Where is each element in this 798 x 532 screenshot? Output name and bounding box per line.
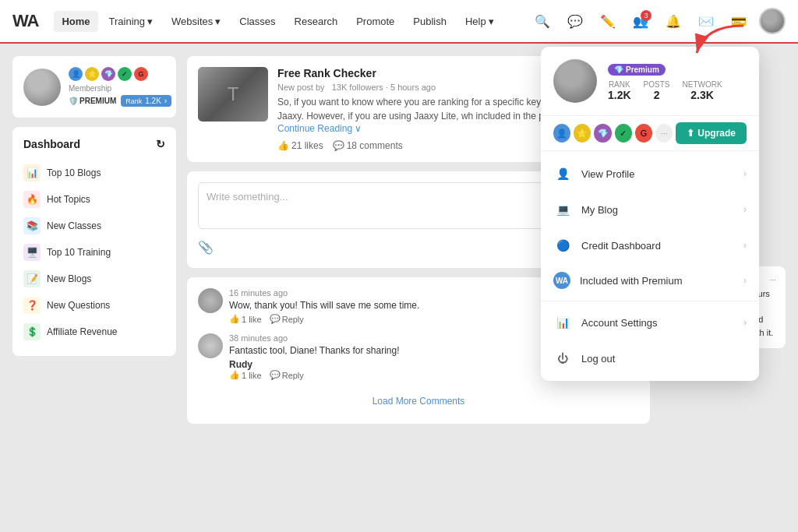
chevron-right-icon: › <box>743 317 747 328</box>
power-icon: ⏻ <box>553 349 572 368</box>
premium-pill: 💎 Premium <box>608 64 666 76</box>
like-button[interactable]: 👍 21 likes <box>277 140 323 151</box>
sidebar-item-affiliate-revenue[interactable]: 💲 Affiliate Revenue <box>23 319 165 345</box>
nav-classes[interactable]: Classes <box>231 11 283 32</box>
nav-publish[interactable]: Publish <box>405 11 454 32</box>
chevron-right-icon: › <box>743 168 747 179</box>
included-premium-item[interactable]: WA Included with Premium › <box>541 263 759 298</box>
chevron-right-icon: › <box>164 97 167 105</box>
notifications-button[interactable]: 🔔 <box>661 9 686 33</box>
chat-button[interactable]: 💬 <box>563 9 588 33</box>
dropdown-stats: RANK 1.2K POSTS 2 NETWORK 2.3K <box>608 80 747 101</box>
sidebar-item-new-questions[interactable]: ❓ New Questions <box>23 292 165 319</box>
chevron-right-icon: › <box>743 204 747 215</box>
user-avatar-button[interactable] <box>759 8 786 34</box>
chevron-right-icon: › <box>743 275 747 286</box>
edit-button[interactable]: ✏️ <box>595 9 620 33</box>
dropdown-badge-star: ⭐ <box>574 124 591 143</box>
nav-links: Home Training ▾ Websites ▾ Classes Resea… <box>54 11 530 32</box>
commenter-avatar <box>198 288 223 313</box>
upgrade-button[interactable]: ⬆ Upgrade <box>676 122 747 144</box>
wa-icon: WA <box>553 272 570 289</box>
dropdown-badge-check: ✓ <box>615 124 632 143</box>
premium-badge: 🛡️PREMIUM <box>69 97 116 105</box>
dashboard-panel: Dashboard ↻ 📊 Top 10 Blogs 🔥 Hot Topics … <box>12 127 176 356</box>
nav-websites[interactable]: Websites ▾ <box>164 11 228 32</box>
nav-help[interactable]: Help ▾ <box>457 11 502 32</box>
upgrade-icon: ⬆ <box>687 128 694 139</box>
nav-promote[interactable]: Promote <box>348 11 402 32</box>
dashboard-title: Dashboard ↻ <box>23 138 165 150</box>
badge-rank: 👤 <box>69 67 83 81</box>
commenter-avatar <box>198 333 223 358</box>
post-author[interactable] <box>327 83 330 92</box>
dropdown-header: 💎 Premium RANK 1.2K POSTS 2 NETWORK 2.3K <box>541 47 759 116</box>
new-questions-icon: ❓ <box>23 297 41 314</box>
comment-reply-button[interactable]: 💬 Reply <box>270 314 304 324</box>
hot-topics-icon: 🔥 <box>23 191 41 208</box>
nav-home[interactable]: Home <box>54 11 97 32</box>
laptop-icon: 💻 <box>553 200 572 219</box>
nav-research[interactable]: Research <box>287 11 346 32</box>
badge-green: ✓ <box>118 67 132 81</box>
post-thumbnail: T <box>198 67 268 122</box>
new-classes-icon: 📚 <box>23 217 41 234</box>
view-profile-item[interactable]: 👤 View Profile › <box>541 156 759 192</box>
account-settings-item[interactable]: 📊 Account Settings › <box>541 305 759 340</box>
sidebar-item-new-blogs[interactable]: 📝 New Blogs <box>23 266 165 292</box>
mail-button[interactable]: ✉️ <box>694 9 719 33</box>
rank-badge[interactable]: Rank 1.2K › <box>121 95 171 107</box>
badge-gold: ⭐ <box>85 67 99 81</box>
logout-item[interactable]: ⏻ Log out <box>541 340 759 376</box>
stat-network: NETWORK 2.3K <box>682 80 722 101</box>
settings-icon: 📊 <box>553 313 572 332</box>
diamond-icon: 💎 <box>614 65 623 74</box>
top10blogs-icon: 📊 <box>23 164 41 181</box>
sidebar-item-top10blogs[interactable]: 📊 Top 10 Blogs <box>23 160 165 186</box>
comment-like-button[interactable]: 👍 1 like <box>229 370 262 380</box>
membership-info: Membership <box>69 84 171 93</box>
dropdown-avatar <box>553 59 597 103</box>
logo: WA <box>12 11 38 31</box>
badge-icons: 👤 ⭐ 💎 ✓ G <box>69 67 171 81</box>
dropdown-user-info: 💎 Premium RANK 1.2K POSTS 2 NETWORK 2.3K <box>608 62 747 101</box>
sidebar-item-top10training[interactable]: 🖥️ Top 10 Training <box>23 239 165 266</box>
sidebar-item-new-classes[interactable]: 📚 New Classes <box>23 213 165 239</box>
chevron-down-icon: ▾ <box>489 16 494 27</box>
sidebar-item-hot-topics[interactable]: 🔥 Hot Topics <box>23 186 165 213</box>
menu-divider <box>541 301 759 301</box>
badge-google: G <box>134 67 148 81</box>
users-badge: 3 <box>641 10 651 21</box>
users-button[interactable]: 👥 3 <box>628 9 653 33</box>
sidebar-profile: 👤 ⭐ 💎 ✓ G Membership 🛡️PREMIUM Rank 1.2K <box>12 56 176 118</box>
my-blog-item[interactable]: 💻 My Blog › <box>541 192 759 227</box>
attach-icon[interactable]: 📎 <box>198 240 214 255</box>
comment-reply-button[interactable]: 💬 Reply <box>270 370 304 380</box>
chevron-down-icon: ▾ <box>215 16 221 27</box>
search-button[interactable]: 🔍 <box>530 9 555 33</box>
stat-rank: RANK 1.2K <box>608 80 631 101</box>
credit-dashboard-item[interactable]: 🔵 Credit Dashboard › <box>541 227 759 263</box>
nav-training[interactable]: Training ▾ <box>101 11 161 32</box>
dropdown-badges: 👤 ⭐ 💎 ✓ G ··· ⬆ Upgrade <box>541 116 759 151</box>
dropdown-menu-items: 👤 View Profile › 💻 My Blog › 🔵 Credit Da… <box>541 151 759 381</box>
more-options-icon[interactable]: ··· <box>770 276 776 284</box>
chevron-right-icon: › <box>743 240 747 251</box>
credit-icon: 🔵 <box>553 236 572 255</box>
comments-button[interactable]: 💬 18 comments <box>333 140 403 151</box>
comment-like-button[interactable]: 👍 1 like <box>229 314 262 324</box>
dropdown-badge-rank: 👤 <box>553 124 570 143</box>
profile-info: 👤 ⭐ 💎 ✓ G Membership 🛡️PREMIUM Rank 1.2K <box>69 67 171 107</box>
top10training-icon: 🖥️ <box>23 244 41 261</box>
dropdown-badge-more: ··· <box>655 124 673 143</box>
chevron-down-icon: ▾ <box>147 16 153 27</box>
person-icon: 👤 <box>553 164 572 183</box>
new-blogs-icon: 📝 <box>23 270 41 287</box>
profile-avatar <box>23 69 61 106</box>
navbar: WA Home Training ▾ Websites ▾ Classes Re… <box>0 0 798 44</box>
wallet-button[interactable]: 💳 <box>726 9 751 33</box>
nav-icon-group: 🔍 💬 ✏️ 👥 3 🔔 ✉️ 💳 <box>530 8 786 34</box>
affiliate-revenue-icon: 💲 <box>23 323 41 340</box>
refresh-icon[interactable]: ↻ <box>156 138 165 150</box>
load-more-button[interactable]: Load More Comments <box>198 389 639 413</box>
